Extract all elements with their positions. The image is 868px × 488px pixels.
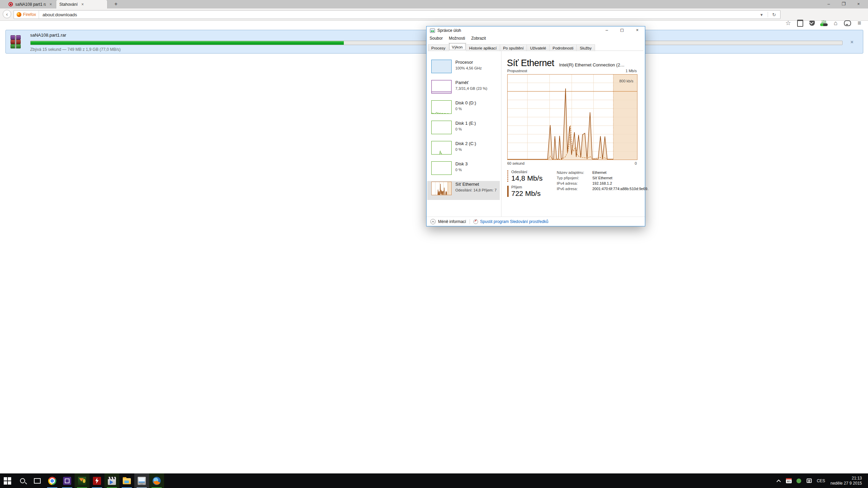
tm-tab[interactable]: Výkon <box>449 43 466 51</box>
chart-label: Propustnost <box>507 69 527 73</box>
disk-idle-thumbnail <box>431 121 452 134</box>
sidebar-item-name: Procesor <box>455 60 473 65</box>
menu-icon[interactable]: ≡ <box>853 19 865 27</box>
sidebar-item-memory[interactable]: Paměť7,3/31,4 GB (23 %) <box>427 79 500 98</box>
tab-close-icon[interactable]: × <box>48 2 52 7</box>
disk-active-thumbnail <box>431 100 452 114</box>
url-text[interactable]: about:downloads <box>39 12 755 17</box>
download-progress-fill <box>31 41 344 45</box>
back-button[interactable]: ‹ <box>3 10 11 18</box>
cpuz-icon[interactable] <box>60 473 75 488</box>
urlbar-buttons: ▾ ↻ <box>755 11 780 19</box>
task-manager-title: Správce úloh <box>437 28 461 33</box>
pocket-icon[interactable] <box>806 19 818 27</box>
tm-close-button[interactable]: × <box>630 26 645 35</box>
restore-button[interactable]: ❐ <box>836 0 851 8</box>
detail-value: Ethernet <box>592 170 607 175</box>
task-view-button[interactable] <box>30 473 45 488</box>
url-bar[interactable]: Firefox about:downloads ▾ ↻ <box>14 10 781 19</box>
resource-monitor-icon <box>473 219 478 224</box>
sidebar-item-name: Paměť <box>455 80 469 85</box>
home-icon[interactable]: ⌂ <box>830 19 842 27</box>
sidebar-item-detail: 0 % <box>455 107 462 111</box>
reading-list-icon[interactable] <box>794 19 806 27</box>
identity-badge: Firefox <box>14 11 39 19</box>
menu-soubor[interactable]: Soubor <box>427 36 446 41</box>
download-filename: saNA108.part1.rar <box>30 33 66 38</box>
reload-icon[interactable]: ↻ <box>768 12 780 17</box>
sidebar-item-disk-idle[interactable]: Disk 1 (E:)0 % <box>427 120 500 139</box>
sidebar-item-disk-spike[interactable]: Disk 2 (C:)0 % <box>427 140 500 159</box>
clock-time: 21:13 <box>830 476 862 481</box>
green-status-tray-icon[interactable] <box>794 473 804 488</box>
url-dropdown-icon[interactable]: ▾ <box>755 12 768 17</box>
task-manager-window: Správce úloh – ◻ × SouborMožnostiZobrazi… <box>426 26 645 226</box>
new-tab-button[interactable]: + <box>112 1 120 7</box>
adapter-subtitle: Intel(R) Ethernet Connection (2… <box>559 62 625 67</box>
sidebar-item-detail: 100% 4,56 GHz <box>455 66 482 70</box>
browser-navbar: ‹ Firefox about:downloads ▾ ↻ ☆15s⌂≡ <box>0 8 868 21</box>
lightning-app-icon[interactable] <box>90 473 104 488</box>
memory-thumbnail <box>431 80 452 94</box>
cancel-download-icon[interactable]: × <box>850 39 853 45</box>
hello-icon[interactable] <box>842 19 853 27</box>
detail-value: 2001:470:6f:774:a88b:510d:9e69… <box>592 187 648 191</box>
performance-sidebar: Procesor100% 4,56 GHzPaměť7,3/31,4 GB (2… <box>427 51 501 217</box>
detail-value: Síť Ethernet <box>592 176 612 180</box>
detail-label: Název adaptéru: <box>557 170 592 175</box>
browser-tab[interactable]: Stahování× <box>56 0 107 8</box>
resource-monitor-link[interactable]: Spustit program Sledování prostředků <box>480 219 548 224</box>
browser-tab[interactable]: saNA108 part1 rar downlo...× <box>5 0 55 8</box>
sidebar-item-disk-idle[interactable]: Disk 30 % <box>427 161 500 180</box>
sidebar-item-name: Disk 0 (D:) <box>455 100 476 105</box>
sidebar-item-cpu[interactable]: Procesor100% 4,56 GHz <box>427 59 500 78</box>
tm-maximize-button[interactable]: ◻ <box>614 26 630 35</box>
detail-row: IPv4 adresa:192.168.1.2 <box>557 181 648 185</box>
search-button[interactable] <box>15 473 30 488</box>
menu-možnosti[interactable]: Možnosti <box>446 36 468 41</box>
sidebar-item-disk-active[interactable]: Disk 0 (D:)0 % <box>427 100 500 119</box>
task-manager-app-icon <box>430 28 435 33</box>
tm-tab[interactable]: Historie aplikací <box>466 44 500 51</box>
start-button[interactable] <box>0 473 15 488</box>
detail-label: IPv4 adresa: <box>557 181 592 185</box>
send-label: Odesílání <box>511 170 542 174</box>
task-manager-window-controls: – ◻ × <box>599 26 645 35</box>
taskbar-left <box>0 473 164 488</box>
chart-max-label: 1 Mb/s <box>626 69 637 73</box>
firefox-logo-icon <box>17 12 21 17</box>
menu-zobrazit[interactable]: Zobrazit <box>468 36 489 41</box>
language-indicator[interactable]: CES <box>814 479 828 483</box>
file-explorer-icon[interactable] <box>119 473 134 488</box>
tm-minimize-button[interactable]: – <box>599 26 614 35</box>
chrome-icon[interactable] <box>45 473 60 488</box>
minimize-button[interactable]: – <box>821 0 836 8</box>
media-player-icon[interactable] <box>104 473 119 488</box>
tm-tab[interactable]: Podrobnosti <box>549 44 577 51</box>
collapse-chevron-icon[interactable] <box>430 219 436 224</box>
system-tray: 321 CES 21:13 neděle 27 9 2015 <box>773 473 868 488</box>
sidebar-item-network[interactable]: Síť EthernetOdesílání: 14,8 Příjem: 7 <box>427 181 500 200</box>
browser-window-controls: – ❐ × <box>821 0 866 8</box>
task-manager-icon[interactable] <box>134 473 149 488</box>
hidden-icons-chevron[interactable] <box>773 473 784 488</box>
sidebar-item-detail: 0 % <box>455 147 462 151</box>
clock[interactable]: 21:13 neděle 27 9 2015 <box>828 476 865 486</box>
browser-toolbar-icons: ☆15s⌂≡ <box>782 18 865 28</box>
tm-tab[interactable]: Po spuštění <box>500 44 527 51</box>
less-info-button[interactable]: Méně informací <box>438 219 466 224</box>
calendar-tray-icon[interactable]: 321 <box>784 473 794 488</box>
bookmark-star-icon[interactable]: ☆ <box>782 19 794 27</box>
action-center-icon[interactable] <box>804 473 814 488</box>
tm-tab[interactable]: Uživatelé <box>527 44 549 51</box>
firefox-icon[interactable] <box>149 473 164 488</box>
tm-tab[interactable]: Služby <box>576 44 595 51</box>
downloads-progress-icon[interactable]: 15s <box>818 19 830 27</box>
receive-value: 722 Mb/s <box>511 189 540 198</box>
tab-close-icon[interactable]: × <box>80 2 84 7</box>
sidebar-item-name: Disk 1 (E:) <box>455 121 476 126</box>
close-button[interactable]: × <box>851 0 866 8</box>
tm-tab[interactable]: Procesy <box>428 44 449 51</box>
cocktail-app-icon[interactable] <box>75 473 90 488</box>
browser-tab-strip: saNA108 part1 rar downlo...×Stahování× <box>0 0 868 8</box>
